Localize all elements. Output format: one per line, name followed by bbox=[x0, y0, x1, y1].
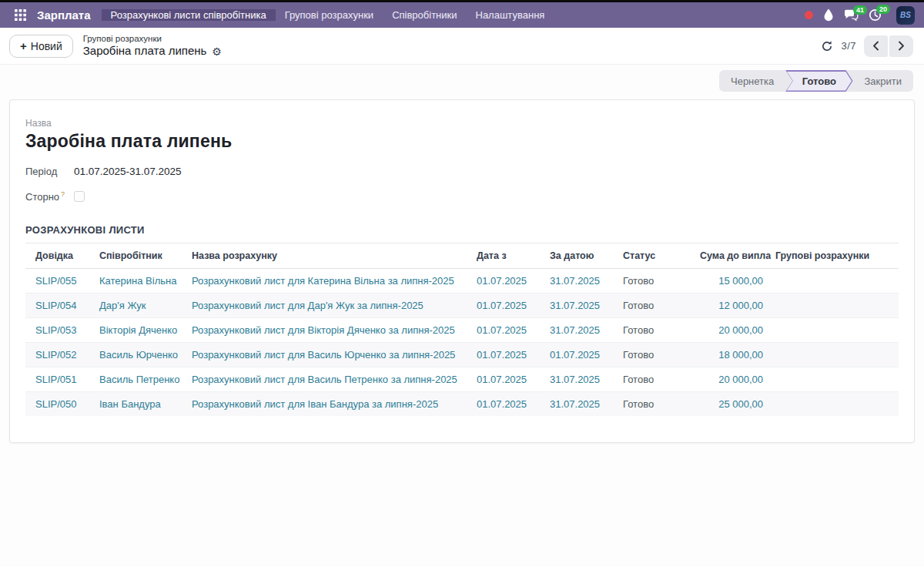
plus-icon: + bbox=[20, 41, 27, 52]
header-payslip-name[interactable]: Назва розрахунку bbox=[187, 243, 472, 269]
pager-next-button[interactable] bbox=[889, 35, 913, 57]
cell-payslip-name[interactable]: Розрахунковий лист для Вікторія Дяченко … bbox=[192, 324, 455, 336]
chevron-left-icon bbox=[872, 41, 879, 51]
storno-field-row: Сторно? bbox=[25, 190, 899, 203]
cell-employee[interactable]: Василь Петренко bbox=[99, 374, 179, 385]
cell-payslip-name[interactable]: Розрахунковий лист для Катерина Вільна з… bbox=[192, 275, 454, 287]
period-field-row: Період 01.07.2025-31.07.2025 bbox=[25, 166, 899, 177]
cell-employee[interactable]: Василь Юрченко bbox=[99, 349, 178, 361]
chevron-right-icon bbox=[898, 41, 905, 51]
header-reference[interactable]: Довідка bbox=[25, 243, 95, 269]
cell-reference[interactable]: SLIP/051 bbox=[35, 374, 77, 385]
cell-date-from[interactable]: 01.07.2025 bbox=[477, 300, 527, 311]
header-net-wage[interactable]: Сума до виплати bbox=[695, 243, 771, 269]
name-field-label: Назва bbox=[25, 118, 899, 129]
form-sheet: Назва Заробіна плата липень Період 01.07… bbox=[9, 99, 915, 443]
record-title[interactable]: Заробіна плата липень bbox=[25, 131, 899, 152]
apps-grid-icon[interactable] bbox=[9, 2, 31, 28]
cell-reference[interactable]: SLIP/050 bbox=[35, 398, 77, 410]
table-row[interactable]: SLIP/051 Василь Петренко Розрахунковий л… bbox=[25, 367, 899, 392]
cell-date-to[interactable]: 31.07.2025 bbox=[550, 275, 600, 287]
table-row[interactable]: SLIP/050 Іван Бандура Розрахунковий лист… bbox=[25, 392, 899, 417]
apps-grid-glyph bbox=[15, 9, 26, 21]
control-panel: + Новий Групові розрахунки Заробіна плат… bbox=[0, 28, 924, 65]
cell-reference[interactable]: SLIP/052 bbox=[35, 349, 77, 361]
gear-icon[interactable]: ⚙ bbox=[212, 46, 222, 57]
cell-status: Готово bbox=[623, 374, 654, 385]
period-field-value[interactable]: 01.07.2025-31.07.2025 bbox=[74, 166, 182, 177]
cell-net-wage[interactable]: 18 000,00 bbox=[718, 349, 763, 361]
menu-item-employees[interactable]: Співробітники bbox=[383, 9, 466, 21]
table-row[interactable]: SLIP/052 Василь Юрченко Розрахунковий ли… bbox=[25, 343, 899, 367]
cell-status: Готово bbox=[623, 324, 654, 336]
cell-date-to[interactable]: 01.07.2025 bbox=[550, 349, 600, 361]
table-row[interactable]: SLIP/053 Вікторія Дяченко Розрахунковий … bbox=[25, 318, 899, 343]
new-button-label: Новий bbox=[31, 40, 62, 52]
help-icon: ? bbox=[61, 190, 65, 198]
breadcrumb: Групові розрахунки Заробіна плата липень… bbox=[83, 33, 222, 59]
messages-badge: 41 bbox=[853, 5, 867, 15]
new-button[interactable]: + Новий bbox=[9, 35, 73, 58]
cell-payslip-name[interactable]: Розрахунковий лист для Дар'я Жук за липн… bbox=[192, 300, 424, 311]
header-employee[interactable]: Співробітник bbox=[95, 243, 187, 269]
pager-value[interactable]: 3/7 bbox=[841, 40, 856, 52]
cell-net-wage[interactable]: 20 000,00 bbox=[718, 324, 763, 336]
cell-date-from[interactable]: 01.07.2025 bbox=[477, 349, 527, 361]
droplet-icon[interactable] bbox=[823, 8, 834, 22]
cell-net-wage[interactable]: 25 000,00 bbox=[718, 398, 763, 410]
messages-icon[interactable]: 41 bbox=[844, 9, 859, 22]
payslips-table: Довідка Співробітник Назва розрахунку Да… bbox=[25, 243, 899, 416]
cell-employee[interactable]: Іван Бандура bbox=[99, 398, 161, 410]
user-avatar[interactable]: BS bbox=[896, 6, 915, 25]
cell-status: Готово bbox=[623, 398, 654, 410]
cell-employee[interactable]: Дар'я Жук bbox=[99, 300, 146, 311]
header-batch[interactable]: Групові розрахунки bbox=[771, 243, 899, 269]
cell-employee[interactable]: Вікторія Дяченко bbox=[99, 324, 177, 336]
cell-payslip-name[interactable]: Розрахунковий лист для Василь Юрченко за… bbox=[192, 349, 455, 361]
storno-checkbox[interactable] bbox=[74, 191, 85, 202]
status-step-close[interactable]: Закрити bbox=[853, 70, 913, 92]
cell-reference[interactable]: SLIP/053 bbox=[35, 324, 77, 336]
header-date-from[interactable]: Дата з bbox=[472, 243, 545, 269]
cell-date-from[interactable]: 01.07.2025 bbox=[477, 324, 527, 336]
cell-date-from[interactable]: 01.07.2025 bbox=[477, 275, 527, 287]
status-step-done-label: Готово bbox=[787, 72, 852, 91]
status-step-draft[interactable]: Чернетка bbox=[719, 70, 785, 92]
menu-item-settings[interactable]: Налаштування bbox=[467, 9, 554, 21]
navbar-left: Зарплата Розрахункові листи співробітник… bbox=[0, 2, 554, 28]
cell-employee[interactable]: Катерина Вільна bbox=[99, 275, 176, 287]
cell-payslip-name[interactable]: Розрахунковий лист для Іван Бандура за л… bbox=[192, 398, 438, 410]
app-name[interactable]: Зарплата bbox=[31, 8, 102, 22]
activity-clock-icon[interactable]: 20 bbox=[869, 8, 882, 22]
cell-status: Готово bbox=[623, 349, 654, 361]
storno-field-label: Сторно? bbox=[25, 190, 74, 203]
cell-reference[interactable]: SLIP/054 bbox=[35, 300, 77, 311]
period-field-label: Період bbox=[25, 166, 74, 177]
header-status[interactable]: Статус bbox=[618, 243, 695, 269]
form-statusbar-row: Чернетка Готово Закрити bbox=[0, 65, 924, 99]
header-date-to[interactable]: За датою bbox=[545, 243, 618, 269]
cell-date-from[interactable]: 01.07.2025 bbox=[477, 398, 527, 410]
cell-date-to[interactable]: 31.07.2025 bbox=[550, 374, 600, 385]
cell-reference[interactable]: SLIP/055 bbox=[35, 275, 77, 287]
cell-net-wage[interactable]: 20 000,00 bbox=[718, 374, 763, 385]
cell-net-wage[interactable]: 12 000,00 bbox=[718, 300, 763, 311]
pager-area: 3/7 bbox=[821, 35, 913, 57]
cell-date-to[interactable]: 31.07.2025 bbox=[550, 324, 600, 336]
breadcrumb-current: Заробіна плата липень bbox=[83, 44, 207, 59]
refresh-icon[interactable] bbox=[821, 40, 833, 52]
table-row[interactable]: SLIP/055 Катерина Вільна Розрахунковий л… bbox=[25, 269, 899, 294]
menu-item-payslips[interactable]: Розрахункові листи співробітника bbox=[102, 9, 276, 21]
cell-payslip-name[interactable]: Розрахунковий лист для Василь Петренко з… bbox=[192, 374, 457, 385]
cell-date-to[interactable]: 31.07.2025 bbox=[550, 300, 600, 311]
pager-previous-button[interactable] bbox=[864, 35, 888, 57]
main-navbar: Зарплата Розрахункові листи співробітник… bbox=[0, 2, 924, 28]
cell-date-to[interactable]: 31.07.2025 bbox=[550, 398, 600, 410]
table-row[interactable]: SLIP/054 Дар'я Жук Розрахунковий лист дл… bbox=[25, 294, 899, 318]
cell-date-from[interactable]: 01.07.2025 bbox=[477, 374, 527, 385]
table-header-row: Довідка Співробітник Назва розрахунку Да… bbox=[25, 243, 899, 269]
breadcrumb-parent-link[interactable]: Групові розрахунки bbox=[83, 33, 222, 44]
status-step-done-active[interactable]: Готово bbox=[785, 70, 852, 92]
cell-net-wage[interactable]: 15 000,00 bbox=[718, 275, 763, 287]
menu-item-batches[interactable]: Групові розрахунки bbox=[276, 9, 383, 21]
